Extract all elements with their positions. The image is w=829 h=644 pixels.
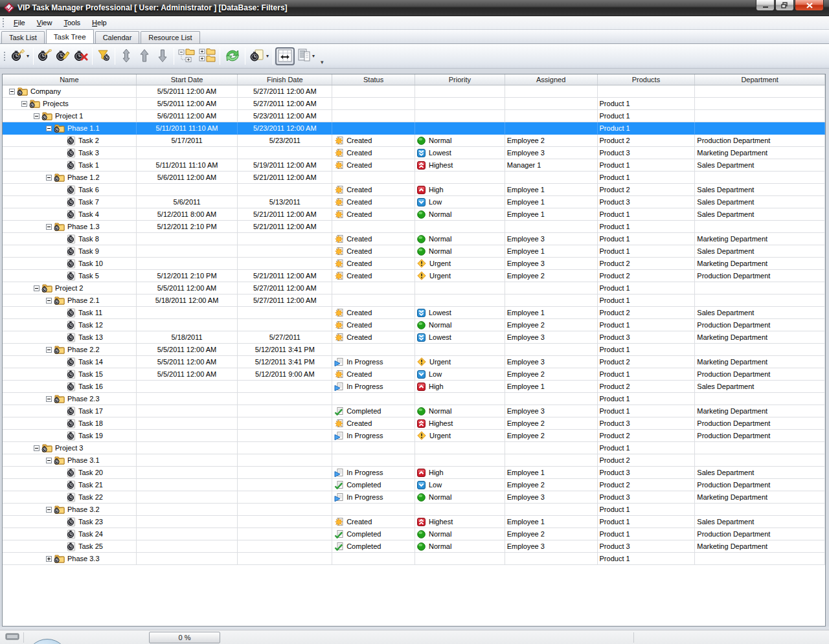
menu-help[interactable]: Help [86, 17, 113, 28]
tree-row-task-11[interactable]: Task 11CreatedLowestEmployee 1Product 2S… [3, 307, 825, 319]
cell-finish-date [238, 405, 332, 417]
tree-row-phase-2-1[interactable]: Phase 2.15/18/2011 12:00 AM5/27/2011 12:… [3, 294, 825, 307]
tree-row-task-17[interactable]: Task 17CompletedNormalEmployee 3Product … [3, 405, 825, 417]
status-label: Created [346, 186, 372, 194]
tree-row-phase-3-3[interactable]: Phase 3.3Product 1 [3, 553, 825, 565]
tree-row-task-15[interactable]: Task 155/5/2011 12:00 AM5/12/2011 9:00 A… [3, 368, 825, 381]
cell-finish-date: 5/12/2011 9:00 AM [238, 368, 332, 381]
tree-row-task-13[interactable]: Task 135/18/20115/27/2011CreatedLowestEm… [3, 331, 825, 344]
tree-row-task-2[interactable]: Task 25/17/20115/23/2011CreatedNormalEmp… [3, 135, 825, 147]
collapse-icon[interactable] [21, 101, 27, 107]
collapse-icon[interactable] [34, 113, 40, 119]
collapse-icon[interactable] [46, 458, 52, 463]
add-task-button[interactable] [36, 47, 54, 65]
dropdown-caret-icon[interactable]: ▾ [266, 53, 269, 59]
collapse-icon[interactable] [34, 445, 40, 451]
tree-row-task-21[interactable]: Task 21CompletedLowEmployee 2Product 2Pr… [3, 479, 825, 491]
tree-row-task-10[interactable]: Task 10CreatedUrgentEmployee 3Product 2M… [3, 258, 825, 270]
close-button[interactable] [795, 0, 824, 11]
collapse-all-button[interactable] [176, 47, 197, 65]
collapse-icon[interactable] [34, 285, 40, 291]
tree-row-phase-1-1[interactable]: Phase 1.15/11/2011 11:10 AM5/23/2011 12:… [3, 122, 825, 135]
tree-row-task-24[interactable]: Task 24CompletedNormalEmployee 2Product … [3, 528, 825, 540]
tree-row-task-19[interactable]: Task 19In ProgressUrgentEmployee 2Produc… [3, 430, 825, 442]
expand-all-button[interactable] [197, 47, 218, 65]
column-header-assigned[interactable]: Assigned [505, 74, 598, 85]
tree-row-phase-2-2[interactable]: Phase 2.25/5/2011 12:00 AM5/12/2011 3:41… [3, 344, 825, 356]
tab-task-list[interactable]: Task List [1, 31, 45, 43]
tree-row-task-1[interactable]: Task 15/11/2011 11:10 AM5/19/2011 12:00 … [3, 159, 825, 172]
collapse-icon[interactable] [46, 224, 52, 230]
move-down-button[interactable] [153, 47, 172, 65]
tree-indent [3, 344, 46, 355]
toolbar-overflow-icon[interactable]: ▾ [321, 59, 324, 68]
tree-row-task-9[interactable]: Task 9CreatedNormalEmployee 1Product 1Sa… [3, 245, 825, 258]
tree-row-phase-1-3[interactable]: Phase 1.35/12/2011 2:10 PM5/21/2011 12:0… [3, 221, 825, 233]
move-updown-button[interactable] [117, 47, 135, 65]
tree-row-phase-3-1[interactable]: Phase 3.1Product 2 [3, 454, 825, 467]
tree-row-phase-2-3[interactable]: Phase 2.3Product 1 [3, 393, 825, 405]
cell-priority [415, 221, 505, 233]
tree-row-task-5[interactable]: Task 55/12/2011 2:10 PM5/21/2011 12:00 A… [3, 270, 825, 282]
task-report-button[interactable]: ▾ [247, 47, 271, 65]
expand-icon[interactable] [46, 556, 52, 562]
delete-task-button[interactable] [72, 47, 90, 65]
tree-row-task-8[interactable]: Task 8CreatedNormalEmployee 3Product 1Ma… [3, 233, 825, 245]
column-header-priority[interactable]: Priority [415, 74, 505, 85]
tab-resource-list[interactable]: Resource List [141, 31, 199, 43]
tree-row-task-20[interactable]: Task 20In ProgressHighEmployee 1Product … [3, 467, 825, 479]
collapse-icon[interactable] [46, 298, 52, 304]
collapse-icon[interactable] [46, 175, 52, 181]
tree-row-company[interactable]: Company5/5/2011 12:00 AM5/27/2011 12:00 … [3, 85, 825, 98]
cell-products: Product 1 [598, 294, 696, 307]
menu-grip[interactable] [2, 17, 5, 28]
menu-view[interactable]: View [31, 17, 58, 28]
fit-columns-button[interactable] [275, 47, 295, 65]
tree-row-task-3[interactable]: Task 3CreatedLowestEmployee 3Product 3Ma… [3, 147, 825, 159]
tree-row-project-3[interactable]: Project 3Product 1 [3, 442, 825, 454]
tree-row-projects[interactable]: Projects5/5/2011 12:00 AM5/27/2011 12:00… [3, 98, 825, 110]
tree-row-project-1[interactable]: Project 15/6/2011 12:00 AM5/23/2011 12:0… [3, 110, 825, 122]
toolbar-grip[interactable] [3, 51, 6, 61]
tree-row-task-6[interactable]: Task 6CreatedHighEmployee 1Product 2Sale… [3, 184, 825, 196]
cell-department: Marketing Department [695, 147, 825, 159]
tree-row-task-4[interactable]: Task 45/12/2011 8:00 AM5/21/2011 12:00 A… [3, 208, 825, 221]
refresh-button[interactable] [222, 47, 243, 65]
collapse-icon[interactable] [46, 126, 52, 131]
tree-row-task-18[interactable]: Task 18CreatedHighestEmployee 2Product 3… [3, 417, 825, 430]
move-up-button[interactable] [135, 47, 153, 65]
column-header-name[interactable]: Name [3, 74, 137, 85]
column-header-status[interactable]: Status [332, 74, 415, 85]
column-header-finish-date[interactable]: Finish Date [238, 74, 332, 85]
collapse-icon[interactable] [46, 396, 52, 402]
tab-calendar[interactable]: Calendar [95, 31, 140, 43]
tree-row-phase-1-2[interactable]: Phase 1.25/6/2011 12:00 AM5/21/2011 12:0… [3, 172, 825, 184]
tree-row-project-2[interactable]: Project 25/5/2011 12:00 AM5/27/2011 12:0… [3, 282, 825, 294]
column-header-department[interactable]: Department [695, 74, 825, 85]
column-header-start-date[interactable]: Start Date [137, 74, 238, 85]
tree-row-task-25[interactable]: Task 25CompletedNormalEmployee 3Product … [3, 540, 825, 553]
tree-row-task-23[interactable]: Task 23CreatedHighestEmployee 1Product 1… [3, 516, 825, 528]
tree-row-task-22[interactable]: Task 22In ProgressNormalEmployee 3Produc… [3, 491, 825, 504]
tree-row-task-16[interactable]: Task 16In ProgressHighEmployee 1Product … [3, 381, 825, 393]
columns-list-button[interactable]: ▾ [295, 47, 317, 65]
collapse-icon[interactable] [46, 507, 52, 513]
tree-row-task-14[interactable]: Task 145/5/2011 12:00 AM5/12/2011 3:41 P… [3, 356, 825, 368]
dropdown-caret-icon[interactable]: ▾ [27, 53, 29, 59]
column-header-products[interactable]: Products [598, 74, 696, 85]
new-task-button[interactable]: ▾ [9, 47, 31, 65]
folder-clock-icon [17, 87, 28, 96]
edit-task-button[interactable] [54, 47, 72, 65]
tree-row-task-7[interactable]: Task 75/6/20115/13/2011CreatedLowEmploye… [3, 196, 825, 208]
tree-row-phase-3-2[interactable]: Phase 3.2Product 1 [3, 504, 825, 516]
filter-button[interactable] [95, 47, 113, 65]
dropdown-caret-icon[interactable]: ▾ [312, 53, 315, 59]
menu-tools[interactable]: Tools [58, 17, 86, 28]
restore-button[interactable] [775, 0, 794, 11]
menu-file[interactable]: File [8, 17, 31, 28]
minimize-button[interactable] [756, 0, 775, 11]
tree-row-task-12[interactable]: Task 12CreatedNormalEmployee 2Product 1P… [3, 319, 825, 331]
tab-task-tree[interactable]: Task Tree [46, 29, 94, 43]
collapse-icon[interactable] [46, 347, 52, 353]
collapse-icon[interactable] [9, 89, 15, 94]
